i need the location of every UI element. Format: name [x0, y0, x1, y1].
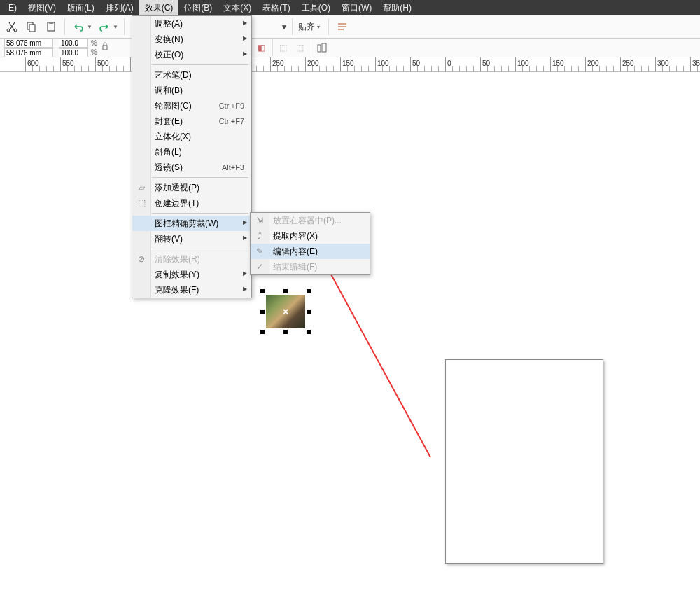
- selection-handle[interactable]: [260, 310, 265, 314]
- menu-view[interactable]: 视图(V): [22, 0, 62, 15]
- scale-y-input[interactable]: [59, 48, 88, 57]
- menu-item-label: 艺术笔(D): [155, 69, 192, 81]
- svg-rect-7: [103, 46, 107, 50]
- menu-item: ⊘清除效果(R): [132, 251, 251, 267]
- menu-item-label: 校正(O): [155, 49, 183, 61]
- snap-to-button[interactable]: 贴齐▾: [298, 21, 323, 33]
- redo-button[interactable]: ▼: [97, 19, 118, 34]
- undo-dropdown-icon[interactable]: ▼: [87, 24, 92, 30]
- menu-item-label: 轮廓图(C): [155, 100, 192, 112]
- options-icon[interactable]: [335, 19, 350, 34]
- standard-toolbar: ▼ ▼ ▼ 贴齐▾: [0, 15, 700, 39]
- scale-x-input[interactable]: [59, 39, 88, 48]
- prop-icon-1[interactable]: ◧: [254, 40, 270, 55]
- svg-rect-3: [29, 25, 35, 32]
- menu-item[interactable]: 调和(B): [132, 83, 251, 98]
- submenu-item[interactable]: ✎编辑内容(E): [251, 244, 370, 259]
- menu-item-label: 变换(N): [155, 34, 183, 46]
- menu-item-label: 复制效果(Y): [155, 269, 200, 281]
- menu-item[interactable]: 变换(N): [132, 32, 251, 47]
- prop-icon-2[interactable]: ⬚: [276, 40, 291, 55]
- menu-item[interactable]: 透镜(S)Alt+F3: [132, 160, 251, 175]
- edit-icon: ✎: [254, 246, 265, 257]
- selection-handle[interactable]: [307, 330, 311, 334]
- undo-button[interactable]: ▼: [71, 19, 92, 34]
- menu-item-label: 添加透视(P): [155, 182, 200, 194]
- menu-text[interactable]: 文本(X): [218, 0, 257, 15]
- menu-item[interactable]: ⬚创建边界(T): [132, 195, 251, 211]
- submenu-item-label: 结束编辑(F): [273, 261, 317, 273]
- selection-handle[interactable]: [307, 289, 311, 293]
- menu-effects[interactable]: 效果(C): [139, 0, 179, 15]
- powerclip-submenu: ⇲放置在容器中(P)...⤴提取内容(X)✎编辑内容(E)✓结束编辑(F): [250, 212, 370, 275]
- menu-item[interactable]: 封套(E)Ctrl+F7: [132, 113, 251, 129]
- bound-icon: ⬚: [136, 197, 147, 209]
- lock-ratio-icon[interactable]: [99, 39, 111, 57]
- menu-item-label: 清除效果(R): [155, 253, 200, 265]
- place-icon: ⇲: [254, 215, 265, 226]
- svg-rect-8: [318, 45, 321, 52]
- menu-item[interactable]: 立体化(X): [132, 129, 251, 144]
- y-position-input[interactable]: [4, 48, 53, 57]
- menu-item-label: 调和(B): [155, 85, 183, 97]
- submenu-item[interactable]: ⤴提取内容(X): [251, 228, 370, 244]
- menu-item-label: 透镜(S): [155, 162, 183, 174]
- menu-item-label: 调整(A): [155, 18, 183, 30]
- prop-icon-4[interactable]: [314, 40, 330, 55]
- menu-item[interactable]: 调整(A): [132, 16, 251, 32]
- document-page[interactable]: [445, 359, 603, 564]
- x-position-input[interactable]: [4, 39, 53, 48]
- menu-item-label: 创建边界(T): [155, 197, 199, 209]
- menu-shortcut: Alt+F3: [222, 163, 244, 172]
- persp-icon: ▱: [136, 182, 147, 193]
- selection-handle[interactable]: [260, 330, 265, 334]
- menu-e[interactable]: E): [3, 0, 22, 15]
- menu-bar: E) 视图(V) 版面(L) 排列(A) 效果(C) 位图(B) 文本(X) 表…: [0, 0, 700, 15]
- menu-item[interactable]: 克隆效果(F): [132, 282, 251, 298]
- copy-icon[interactable]: [24, 19, 39, 34]
- canvas-area[interactable]: ×: [0, 72, 700, 605]
- scale-inputs: [59, 39, 88, 57]
- menu-item[interactable]: ▱添加透视(P): [132, 180, 251, 195]
- menu-item-label: 克隆效果(F): [155, 284, 199, 296]
- prop-icon-3[interactable]: ⬚: [293, 40, 308, 55]
- menu-item[interactable]: 翻转(V): [132, 231, 251, 246]
- menu-layout[interactable]: 版面(L): [62, 0, 100, 15]
- menu-bitmap[interactable]: 位图(B): [178, 0, 218, 15]
- menu-shortcut: Ctrl+F7: [219, 117, 244, 125]
- menu-item[interactable]: 校正(O): [132, 47, 251, 62]
- cut-icon[interactable]: [4, 19, 20, 34]
- menu-arrange[interactable]: 排列(A): [100, 0, 139, 15]
- position-inputs: [4, 39, 53, 57]
- menu-help[interactable]: 帮助(H): [377, 0, 417, 15]
- menu-tools[interactable]: 工具(O): [296, 0, 336, 15]
- selected-image-object[interactable]: ×: [260, 289, 311, 334]
- menu-shortcut: Ctrl+F9: [219, 102, 244, 110]
- menu-table[interactable]: 表格(T): [257, 0, 295, 15]
- clear-icon: ⊘: [136, 253, 147, 265]
- svg-rect-9: [322, 43, 326, 52]
- selection-handle[interactable]: [307, 310, 311, 314]
- menu-item[interactable]: 艺术笔(D): [132, 67, 251, 83]
- image-thumbnail: ×: [266, 295, 305, 328]
- submenu-item-label: 提取内容(X): [273, 230, 318, 242]
- submenu-item-label: 编辑内容(E): [273, 246, 318, 258]
- selection-handle[interactable]: [260, 289, 265, 293]
- menu-item-label: 立体化(X): [155, 131, 191, 143]
- horizontal-ruler: 6005505004504003503002502001501005005010…: [0, 57, 700, 72]
- finish-icon: ✓: [254, 261, 265, 272]
- combo-dropdown-icon[interactable]: ▼: [281, 23, 286, 31]
- redo-dropdown-icon[interactable]: ▼: [113, 24, 118, 30]
- selection-handle[interactable]: [284, 289, 288, 293]
- extract-icon: ⤴: [254, 230, 265, 242]
- paste-icon[interactable]: [43, 19, 59, 34]
- menu-window[interactable]: 窗口(W): [336, 0, 377, 15]
- selection-handle[interactable]: [284, 330, 288, 334]
- menu-item[interactable]: 斜角(L): [132, 144, 251, 160]
- menu-item[interactable]: 图框精确剪裁(W): [132, 216, 251, 231]
- effects-menu-dropdown: 调整(A)变换(N)校正(O)艺术笔(D)调和(B)轮廓图(C)Ctrl+F9封…: [132, 15, 252, 298]
- menu-item[interactable]: 轮廓图(C)Ctrl+F9: [132, 98, 251, 113]
- menu-item[interactable]: 复制效果(Y): [132, 267, 251, 282]
- menu-item-label: 图框精确剪裁(W): [155, 218, 218, 230]
- menu-item-label: 斜角(L): [155, 146, 182, 158]
